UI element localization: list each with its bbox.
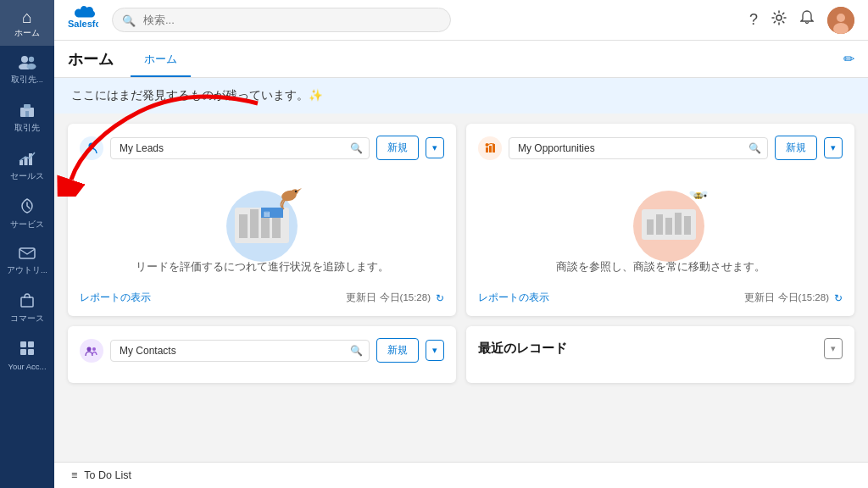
svg-rect-42 xyxy=(675,213,682,235)
svg-text:▤: ▤ xyxy=(264,210,270,218)
svg-rect-40 xyxy=(656,214,663,235)
opps-dropdown-button[interactable]: ▾ xyxy=(824,137,843,158)
main-content: Salesforce 🔍 ? xyxy=(54,0,868,488)
account-icon xyxy=(19,340,36,359)
sidebar-label-sales: セールス xyxy=(10,171,44,182)
leads-refresh-icon[interactable]: ↻ xyxy=(436,292,444,304)
todo-bar: ≡ To Do List xyxy=(54,462,868,488)
svg-rect-14 xyxy=(20,341,26,347)
svg-rect-27 xyxy=(239,214,248,238)
recent-dropdown-button[interactable]: ▾ xyxy=(824,338,843,359)
leads-footer-right: 更新日 今日(15:28) ↻ xyxy=(346,291,444,304)
svg-text:Salesforce: Salesforce xyxy=(68,19,98,29)
leads-report-link[interactable]: レポートの表示 xyxy=(80,291,151,304)
leads-icon xyxy=(80,136,103,160)
contacts-icon xyxy=(18,54,36,72)
outreach-icon xyxy=(19,246,36,263)
search-input[interactable] xyxy=(112,8,451,32)
leads-illustration: ▤ xyxy=(211,177,313,253)
leads-card-body: ▤ リードを評価するにつれて進行状況を追跡します。 xyxy=(80,169,444,283)
sidebar: ⌂ ホーム 取引先... 取引先 xyxy=(0,0,54,488)
opps-updated: 更新日 今日(15:28) xyxy=(744,291,829,304)
help-button[interactable]: ? xyxy=(749,11,758,29)
svg-point-21 xyxy=(837,14,845,22)
opps-report-link[interactable]: レポートの表示 xyxy=(478,291,549,304)
contacts-search-wrap[interactable]: 🔍 xyxy=(110,340,370,362)
sidebar-label-contacts: 取引先... xyxy=(11,75,43,86)
sidebar-item-deals[interactable]: 取引先 xyxy=(0,92,54,141)
leads-dropdown-button[interactable]: ▾ xyxy=(426,137,444,158)
salesforce-logo: Salesforce xyxy=(68,5,98,35)
page-header: ホーム ホーム ✏ xyxy=(54,41,868,78)
sidebar-label-service: サービス xyxy=(10,219,44,230)
sidebar-item-service[interactable]: サービス xyxy=(0,189,54,237)
sidebar-label-outreach: アウトリ... xyxy=(7,265,47,276)
sidebar-item-account[interactable]: Your Acc... xyxy=(0,331,54,378)
leads-new-button[interactable]: 新規 xyxy=(376,136,419,160)
page-title: ホーム xyxy=(68,49,114,69)
svg-point-53 xyxy=(92,347,96,351)
content-area: 🔍 新規 ▾ xyxy=(54,114,868,462)
tab-bar: ホーム xyxy=(131,41,191,77)
leads-search-input[interactable] xyxy=(110,137,370,159)
sidebar-item-outreach[interactable]: アウトリ... xyxy=(0,237,54,283)
leads-card-footer: レポートの表示 更新日 今日(15:28) ↻ xyxy=(80,291,444,304)
svg-rect-41 xyxy=(665,218,672,235)
svg-rect-11 xyxy=(21,297,33,307)
sidebar-item-commerce[interactable]: コマース xyxy=(0,283,54,331)
svg-point-52 xyxy=(87,347,92,351)
leads-search-wrap[interactable]: 🔍 xyxy=(110,137,370,159)
opportunities-card: 🔍 新規 ▾ xyxy=(466,124,854,316)
sidebar-label-commerce: コマース xyxy=(10,313,44,324)
leads-updated: 更新日 今日(15:28) xyxy=(346,291,431,304)
recent-records-card: 最近のレコード ▾ xyxy=(466,326,854,383)
svg-point-0 xyxy=(21,56,28,63)
svg-rect-5 xyxy=(24,104,31,108)
search-icon: 🔍 xyxy=(122,14,136,26)
edit-icon[interactable]: ✏ xyxy=(843,51,854,67)
avatar[interactable] xyxy=(827,7,854,34)
bottom-row: 🔍 新規 ▾ 最近のレコード ▾ xyxy=(68,326,854,383)
opps-card-body: 商談を参照し、商談を常に移動させます。 xyxy=(478,169,843,283)
service-icon xyxy=(19,197,36,217)
leads-card: 🔍 新規 ▾ xyxy=(68,124,456,316)
svg-point-35 xyxy=(295,191,297,192)
contacts-card: 🔍 新規 ▾ xyxy=(68,326,456,383)
settings-button[interactable] xyxy=(771,10,787,30)
sales-icon xyxy=(18,149,36,169)
contacts-search-icon: 🔍 xyxy=(350,345,363,357)
opps-search-wrap[interactable]: 🔍 xyxy=(509,137,768,159)
banner: ここにはまだ発見するものが残っています。✨ xyxy=(54,78,868,114)
opps-refresh-icon[interactable]: ↻ xyxy=(834,292,843,304)
contacts-card-header: 🔍 新規 ▾ xyxy=(80,338,444,363)
topbar: Salesforce 🔍 ? xyxy=(54,0,868,41)
sidebar-item-sales[interactable]: セールス xyxy=(0,141,54,189)
svg-point-51 xyxy=(704,195,707,197)
sidebar-item-contacts[interactable]: 取引先... xyxy=(0,46,54,92)
opps-search-icon: 🔍 xyxy=(748,142,761,154)
recent-title: 最近のレコード xyxy=(478,341,567,357)
deals-icon xyxy=(18,101,36,120)
opps-illustration xyxy=(609,177,711,253)
opps-new-button[interactable]: 新規 xyxy=(775,136,817,160)
commerce-icon xyxy=(19,291,36,311)
svg-rect-28 xyxy=(250,209,259,238)
sidebar-item-home[interactable]: ⌂ ホーム xyxy=(0,0,54,46)
opps-search-input[interactable] xyxy=(509,137,768,159)
sidebar-label-home: ホーム xyxy=(14,28,40,39)
todo-icon: ≡ xyxy=(71,469,77,481)
svg-rect-39 xyxy=(647,219,654,235)
todo-label: To Do List xyxy=(84,469,131,481)
leads-search-icon: 🔍 xyxy=(350,142,363,154)
notifications-button[interactable] xyxy=(800,10,814,30)
search-bar[interactable]: 🔍 xyxy=(112,8,451,32)
tab-home[interactable]: ホーム xyxy=(131,52,191,77)
svg-rect-6 xyxy=(25,111,29,117)
contacts-new-button[interactable]: 新規 xyxy=(376,338,419,363)
svg-point-12 xyxy=(24,297,25,298)
svg-rect-15 xyxy=(28,341,34,347)
contacts-dropdown-button[interactable]: ▾ xyxy=(426,340,444,361)
home-icon: ⌂ xyxy=(22,8,32,25)
opps-footer-right: 更新日 今日(15:28) ↻ xyxy=(744,291,843,304)
contacts-search-input[interactable] xyxy=(110,340,370,362)
